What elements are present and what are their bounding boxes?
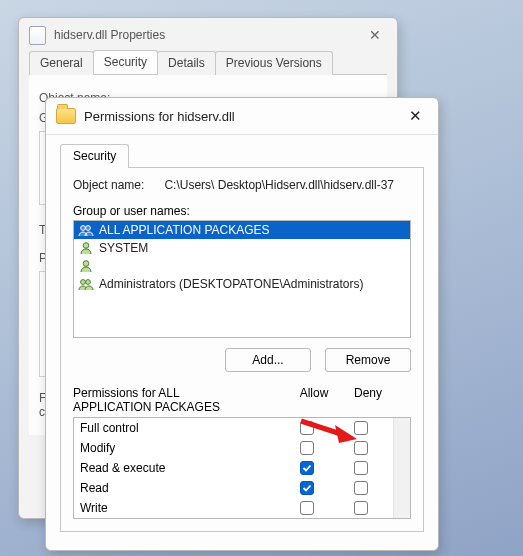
svg-point-2 — [83, 243, 89, 249]
tab-previous-versions[interactable]: Previous Versions — [215, 51, 333, 75]
object-name-value: C:\Users\ Desktop\Hidserv.dll\hidserv.dl… — [164, 178, 394, 192]
group-icon — [78, 223, 94, 237]
permission-row: Write — [74, 498, 410, 518]
permission-name: Full control — [80, 421, 280, 435]
tab-details[interactable]: Details — [157, 51, 216, 75]
permission-row: Read — [74, 478, 410, 498]
allow-checkbox[interactable] — [300, 481, 314, 495]
allow-checkbox[interactable] — [300, 441, 314, 455]
allow-checkbox[interactable] — [300, 421, 314, 435]
dialog-buttons: OK Cancel Apply — [46, 544, 438, 556]
column-deny: Deny — [341, 386, 395, 414]
group-item-label: SYSTEM — [99, 241, 148, 255]
titlebar: hidserv.dll Properties ✕ — [19, 18, 397, 52]
window-title: hidserv.dll Properties — [54, 28, 165, 42]
permissions-window: Permissions for hidserv.dll ✕ Security O… — [45, 97, 439, 551]
close-icon[interactable]: ✕ — [403, 105, 428, 127]
deny-checkbox[interactable] — [354, 421, 368, 435]
group-icon — [78, 277, 94, 291]
permission-name: Modify — [80, 441, 280, 455]
folder-icon — [56, 108, 76, 124]
deny-cell — [334, 421, 388, 435]
svg-point-1 — [86, 226, 91, 231]
scrollbar[interactable] — [393, 418, 410, 518]
column-allow: Allow — [287, 386, 341, 414]
group-list[interactable]: ALL APPLICATION PACKAGESSYSTEMAdministra… — [73, 220, 411, 338]
svg-point-5 — [86, 280, 91, 285]
allow-cell — [280, 441, 334, 455]
page-icon — [29, 26, 46, 45]
deny-checkbox[interactable] — [354, 441, 368, 455]
deny-cell — [334, 441, 388, 455]
permission-row: Read & execute — [74, 458, 410, 478]
remove-button[interactable]: Remove — [325, 348, 411, 372]
user-icon — [78, 259, 94, 273]
window-title: Permissions for hidserv.dll — [84, 109, 235, 124]
group-item[interactable]: ALL APPLICATION PACKAGES — [74, 221, 410, 239]
deny-cell — [334, 501, 388, 515]
permissions-header: Permissions for ALL APPLICATION PACKAGES… — [73, 386, 411, 414]
svg-point-4 — [81, 280, 86, 285]
deny-checkbox[interactable] — [354, 501, 368, 515]
tabs: GeneralSecurityDetailsPrevious Versions — [19, 50, 397, 74]
deny-checkbox[interactable] — [354, 461, 368, 475]
object-name-label: Object name: — [73, 178, 144, 192]
add-button[interactable]: Add... — [225, 348, 311, 372]
titlebar: Permissions for hidserv.dll ✕ — [46, 98, 438, 135]
tab-general[interactable]: General — [29, 51, 94, 75]
user-icon — [78, 241, 94, 255]
group-item[interactable]: Administrators (DESKTOPATONE\Administrat… — [74, 275, 410, 293]
permissions-list: Full controlModifyRead & executeReadWrit… — [73, 417, 411, 519]
allow-cell — [280, 461, 334, 475]
close-icon[interactable]: ✕ — [363, 25, 387, 45]
permission-name: Write — [80, 501, 280, 515]
deny-checkbox[interactable] — [354, 481, 368, 495]
permission-row: Full control — [74, 418, 410, 438]
group-item[interactable]: SYSTEM — [74, 239, 410, 257]
perm-title-line1: Permissions for ALL — [73, 386, 180, 400]
svg-point-0 — [81, 226, 86, 231]
group-item[interactable] — [74, 257, 410, 275]
permission-name: Read — [80, 481, 280, 495]
group-label: Group or user names: — [73, 204, 411, 218]
allow-checkbox[interactable] — [300, 461, 314, 475]
group-item-label: Administrators (DESKTOPATONE\Administrat… — [99, 277, 364, 291]
tab-security[interactable]: Security — [60, 144, 129, 168]
perm-title-line2: APPLICATION PACKAGES — [73, 400, 220, 414]
deny-cell — [334, 481, 388, 495]
allow-checkbox[interactable] — [300, 501, 314, 515]
tabs: Security — [60, 143, 424, 167]
permission-row: Modify — [74, 438, 410, 458]
svg-point-3 — [83, 261, 89, 267]
allow-cell — [280, 501, 334, 515]
allow-cell — [280, 481, 334, 495]
deny-cell — [334, 461, 388, 475]
object-row: Object name: C:\Users\ Desktop\Hidserv.d… — [73, 178, 411, 192]
group-item-label: ALL APPLICATION PACKAGES — [99, 223, 270, 237]
permission-name: Read & execute — [80, 461, 280, 475]
allow-cell — [280, 421, 334, 435]
tab-security[interactable]: Security — [93, 50, 158, 74]
